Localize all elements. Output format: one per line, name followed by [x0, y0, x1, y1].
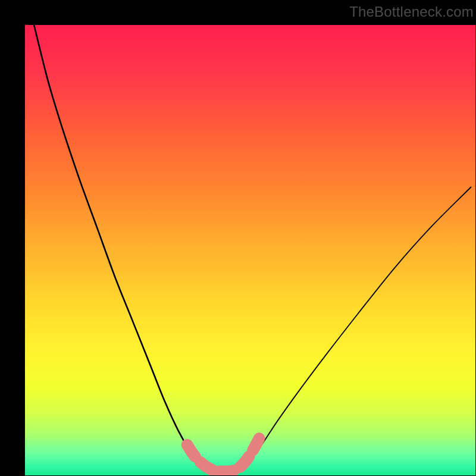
watermark-text: TheBottleneck.com: [349, 4, 474, 20]
chart-frame: TheBottleneck.com: [0, 0, 476, 476]
curve-layer: [25, 25, 475, 475]
bottom-u-marker: [187, 439, 259, 471]
plot-area: [25, 25, 475, 475]
left-branch-curve: [34, 25, 209, 470]
right-branch-curve: [237, 187, 471, 470]
